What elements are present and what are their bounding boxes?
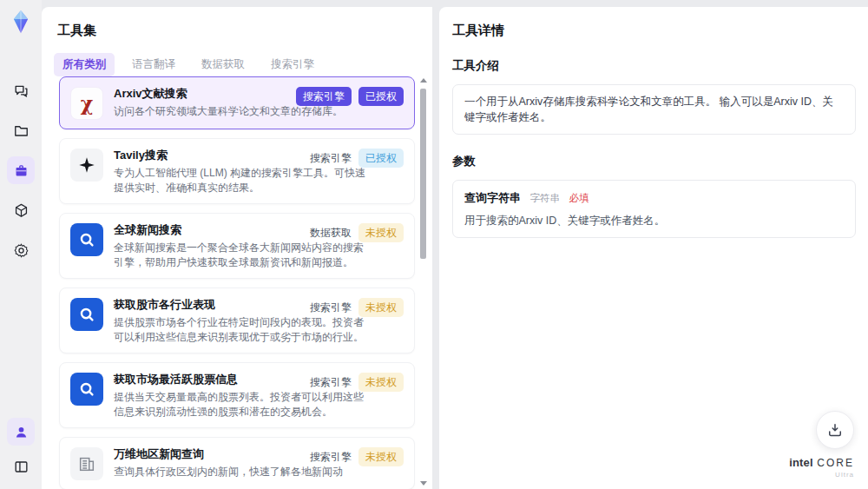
panel-layout-icon[interactable] <box>7 453 35 480</box>
tool-card[interactable]: 获取股市各行业表现 提供股票市场各个行业在特定时间段内的表现。投资者可以利用这些… <box>59 287 415 354</box>
detail-panel-title: 工具详情 <box>452 23 868 39</box>
blue-search-logo-icon <box>70 298 103 331</box>
param-header: 查询字符串 字符串 必填 <box>464 189 844 206</box>
category-badge: 搜索引擎 <box>310 447 352 466</box>
tool-badges: 搜索引擎 未授权 <box>310 373 404 392</box>
tab-search-engine[interactable]: 搜索引擎 <box>262 53 323 76</box>
tool-badges: 数据获取 未授权 <box>310 223 404 242</box>
news-building-icon <box>70 447 103 480</box>
tool-badges: 搜索引擎 未授权 <box>310 298 404 317</box>
user-icon[interactable] <box>7 418 35 446</box>
intel-core-logo: intel core Ultra <box>789 456 854 480</box>
tool-detail-panel: 工具详情 工具介绍 一个用于从Arxiv存储库搜索科学论文和文章的工具。 输入可… <box>439 7 868 489</box>
tool-description: 查询具体行政区划内的新闻，快速了解各地新闻动 <box>114 465 371 479</box>
tool-description: 专为人工智能代理 (LLM) 构建的搜索引擎工具。可快速提供实时、准确和真实的结… <box>114 166 371 195</box>
tab-language-translation[interactable]: 语言翻译 <box>123 53 184 76</box>
tools-panel: 工具集 所有类别 语言翻译 数据获取 搜索引擎 χ Arxiv文献搜索 访问各个… <box>42 7 432 489</box>
download-icon <box>826 421 844 439</box>
auth-status-badge: 未授权 <box>358 447 404 466</box>
scrollbar-thumb[interactable] <box>420 89 426 259</box>
app-logo-icon <box>8 9 34 35</box>
auth-status-badge: 未授权 <box>358 373 404 392</box>
tool-description: 提供股票市场各个行业在特定时间段内的表现。投资者可以利用这些信息来识别表现优于或… <box>114 315 371 344</box>
tavily-star-icon <box>70 149 103 182</box>
category-badge: 搜索引擎 <box>310 373 352 392</box>
tools-panel-title: 工具集 <box>57 23 432 39</box>
tool-badges: 搜索引擎 未授权 <box>310 447 404 466</box>
tool-card[interactable]: Tavily搜索 专为人工智能代理 (LLM) 构建的搜索引擎工具。可快速提供实… <box>59 138 415 204</box>
list-scrollbar[interactable] <box>419 76 427 489</box>
folder-icon[interactable] <box>7 116 35 144</box>
tool-card[interactable]: 万维地区新闻查询 查询具体行政区划内的新闻，快速了解各地新闻动 搜索引擎 未授权 <box>59 437 415 489</box>
chat-icon[interactable] <box>7 76 35 104</box>
app-rail <box>0 0 42 489</box>
category-tabs: 所有类别 语言翻译 数据获取 搜索引擎 <box>54 53 432 76</box>
tool-card[interactable]: 全球新闻搜索 全球新闻搜索是一个聚合全球各大新闻网站内容的搜索引擎，帮助用户快速… <box>59 213 415 279</box>
tool-description: 访问各个研究领域大量科学论文和文章的存储库。 <box>114 104 371 119</box>
auth-status-badge: 未授权 <box>358 298 404 317</box>
blue-search-logo-icon <box>70 373 103 406</box>
param-required-badge: 必填 <box>569 193 589 203</box>
tab-all-categories[interactable]: 所有类别 <box>54 53 115 76</box>
param-type: 字符串 <box>529 193 560 203</box>
scroll-up-icon[interactable] <box>420 78 427 83</box>
tool-card[interactable]: χ Arxiv文献搜索 访问各个研究领域大量科学论文和文章的存储库。 搜索引擎 … <box>59 76 415 129</box>
category-badge: 数据获取 <box>310 223 352 242</box>
tool-badges: 搜索引擎 已授权 <box>310 149 404 168</box>
rail-nav <box>7 76 35 264</box>
tool-list: χ Arxiv文献搜索 访问各个研究领域大量科学论文和文章的存储库。 搜索引擎 … <box>59 76 415 489</box>
intro-box: 一个用于从Arxiv存储库搜索科学论文和文章的工具。 输入可以是Arxiv ID… <box>452 84 856 135</box>
scroll-down-icon[interactable] <box>420 481 427 486</box>
category-badge: 搜索引擎 <box>310 298 352 317</box>
auth-status-badge: 未授权 <box>358 223 404 242</box>
auth-status-badge: 已授权 <box>358 87 404 106</box>
param-box: 查询字符串 字符串 必填 用于搜索的Arxiv ID、关键字或作者姓名。 <box>452 180 856 238</box>
blue-search-logo-icon <box>70 223 103 256</box>
param-description: 用于搜索的Arxiv ID、关键字或作者姓名。 <box>464 214 844 228</box>
category-badge: 搜索引擎 <box>296 87 352 106</box>
tab-data-acquisition[interactable]: 数据获取 <box>193 53 253 76</box>
auth-status-badge: 已授权 <box>358 149 404 168</box>
tool-card[interactable]: 获取市场最活跃股票信息 提供当天交易量最高的股票列表。投资者可以利用这些信息来识… <box>59 362 415 428</box>
params-heading: 参数 <box>452 154 868 169</box>
rail-bottom <box>7 418 35 480</box>
intel-word: intel <box>789 456 813 469</box>
arxiv-logo-icon: χ <box>70 87 103 120</box>
toolbox-icon[interactable] <box>7 156 35 184</box>
download-button[interactable] <box>816 411 854 449</box>
tool-badges: 搜索引擎 已授权 <box>296 87 404 106</box>
category-badge: 搜索引擎 <box>310 149 352 168</box>
core-word: core <box>817 457 854 469</box>
param-name: 查询字符串 <box>464 191 521 204</box>
settings-gear-icon[interactable] <box>7 236 35 264</box>
intro-heading: 工具介绍 <box>452 58 868 74</box>
tool-description: 提供当天交易量最高的股票列表。投资者可以利用这些信息来识别流动性强的股票和潜在的… <box>114 390 371 419</box>
cube-icon[interactable] <box>7 196 35 224</box>
intro-text: 一个用于从Arxiv存储库搜索科学论文和文章的工具。 输入可以是Arxiv ID… <box>464 94 844 125</box>
tool-description: 全球新闻搜索是一个聚合全球各大新闻网站内容的搜索引擎，帮助用户快速获取全球最新资… <box>114 241 371 269</box>
brand-sub: Ultra <box>789 469 854 480</box>
